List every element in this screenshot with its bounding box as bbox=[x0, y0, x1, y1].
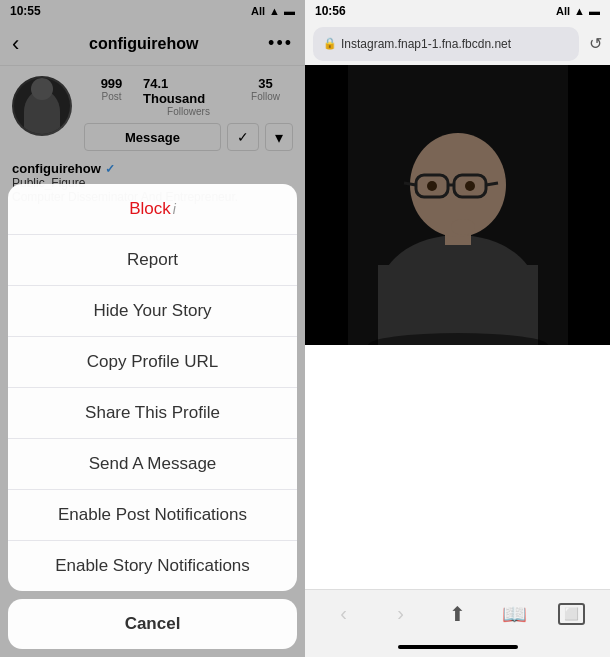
right-panel: 10:56 All ▲ ▬ 🔒 Instagram.fnap1-1.fna.fb… bbox=[305, 0, 610, 657]
home-bar bbox=[398, 645, 518, 649]
action-block[interactable]: Blocki bbox=[8, 184, 297, 235]
svg-line-9 bbox=[486, 183, 498, 185]
story-notifications-label: Enable Story Notifications bbox=[55, 556, 250, 575]
reload-button[interactable]: ↺ bbox=[589, 34, 602, 53]
action-sheet-main: Blocki Report Hide Your Story Copy Profi… bbox=[8, 184, 297, 591]
svg-point-12 bbox=[451, 219, 475, 235]
time-right: 10:56 bbox=[315, 4, 346, 18]
browser-toolbar: ‹ › ⬆ 📖 ⬜ bbox=[305, 589, 610, 638]
share-browser-button[interactable]: ⬆ bbox=[440, 596, 476, 632]
lock-icon: 🔒 bbox=[323, 37, 337, 50]
share-profile-label: Share This Profile bbox=[85, 403, 220, 422]
photo-container bbox=[305, 65, 610, 345]
back-browser-icon: ‹ bbox=[340, 602, 347, 625]
signal-right: All bbox=[556, 5, 570, 17]
copy-url-label: Copy Profile URL bbox=[87, 352, 218, 371]
svg-point-11 bbox=[465, 181, 475, 191]
action-hide-story[interactable]: Hide Your Story bbox=[8, 286, 297, 337]
cancel-button[interactable]: Cancel bbox=[8, 599, 297, 649]
tabs-browser-icon: ⬜ bbox=[558, 603, 585, 625]
battery-icon-right: ▬ bbox=[589, 5, 600, 17]
action-send-message[interactable]: Send A Message bbox=[8, 439, 297, 490]
url-bar[interactable]: 🔒 Instagram.fnap1-1.fna.fbcdn.net bbox=[313, 27, 579, 61]
profile-photo bbox=[348, 65, 568, 345]
post-notifications-label: Enable Post Notifications bbox=[58, 505, 247, 524]
forward-browser-button[interactable]: › bbox=[383, 596, 419, 632]
hide-story-label: Hide Your Story bbox=[93, 301, 211, 320]
action-post-notifications[interactable]: Enable Post Notifications bbox=[8, 490, 297, 541]
action-story-notifications[interactable]: Enable Story Notifications bbox=[8, 541, 297, 591]
bookmark-browser-button[interactable]: 📖 bbox=[497, 596, 533, 632]
bookmark-browser-icon: 📖 bbox=[502, 602, 527, 626]
block-label-suffix: i bbox=[173, 201, 176, 217]
tabs-browser-button[interactable]: ⬜ bbox=[554, 596, 590, 632]
action-share-profile[interactable]: Share This Profile bbox=[8, 388, 297, 439]
cancel-label: Cancel bbox=[125, 614, 181, 633]
wifi-icon-right: ▲ bbox=[574, 5, 585, 17]
status-bar-right: 10:56 All ▲ ▬ bbox=[305, 0, 610, 22]
home-indicator bbox=[305, 638, 610, 658]
svg-line-8 bbox=[404, 183, 416, 185]
back-browser-button[interactable]: ‹ bbox=[326, 596, 362, 632]
left-panel: 10:55 All ▲ ▬ ‹ configuirehow ••• 999 Po… bbox=[0, 0, 305, 657]
status-indicators-right: All ▲ ▬ bbox=[556, 5, 600, 17]
action-report[interactable]: Report bbox=[8, 235, 297, 286]
url-text: Instagram.fnap1-1.fna.fbcdn.net bbox=[341, 37, 511, 51]
action-sheet: Blocki Report Hide Your Story Copy Profi… bbox=[0, 176, 305, 657]
forward-browser-icon: › bbox=[397, 602, 404, 625]
white-area bbox=[305, 345, 610, 589]
send-message-label: Send A Message bbox=[89, 454, 217, 473]
report-label: Report bbox=[127, 250, 178, 269]
browser-bar: 🔒 Instagram.fnap1-1.fna.fbcdn.net ↺ bbox=[305, 22, 610, 65]
action-copy-url[interactable]: Copy Profile URL bbox=[8, 337, 297, 388]
svg-point-10 bbox=[427, 181, 437, 191]
share-browser-icon: ⬆ bbox=[449, 602, 466, 626]
block-label: Block bbox=[129, 199, 171, 218]
